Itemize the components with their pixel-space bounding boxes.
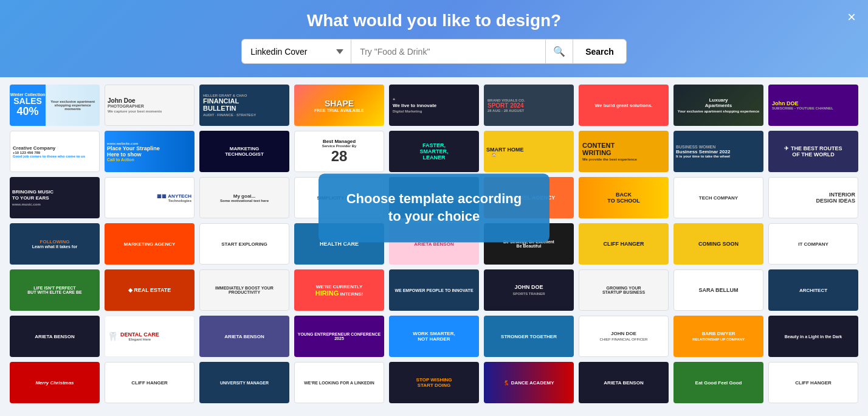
- template-anytech[interactable]: ▦▦ ANYTECH Technologies: [105, 177, 195, 218]
- template-john-doe-sports[interactable]: JOHN DOESPORTS TRAINER: [484, 269, 574, 311]
- app-container: × What would you like to design? Linkedi…: [0, 0, 868, 414]
- template-beauty[interactable]: Beauty in a Light in the Dark: [768, 316, 858, 357]
- template-john-doe3[interactable]: JOHN DOECHIEF FINANCIAL OFFICER: [579, 316, 669, 357]
- template-smart-home[interactable]: SMART HOME ⚡ 🏠 ⚡: [484, 131, 574, 172]
- template-architect[interactable]: ARCHITECT: [768, 269, 858, 311]
- template-interior[interactable]: INTERIORDESIGN IDEAS: [768, 177, 858, 218]
- search-icon-button[interactable]: 🔍: [545, 39, 573, 64]
- template-tech-company[interactable]: TECH COMPANY: [673, 177, 763, 218]
- template-innovation[interactable]: ❝ We live to innovate Digital Marketing: [389, 85, 479, 126]
- search-input[interactable]: [351, 39, 545, 64]
- template-young-entrepreneur[interactable]: YOUNG ENTREPRENEUR CONFERENCE 2025: [294, 316, 384, 357]
- template-barb-dwyer[interactable]: BARB DWYERRELATIONSHIP UP COMPANY: [673, 316, 763, 357]
- template-cliff-hanger[interactable]: CLIFF HANGER: [579, 223, 669, 265]
- search-button[interactable]: Search: [573, 39, 627, 64]
- template-john-doe-subscribe[interactable]: John DOE SUBSCRIBE - YOUTUBE CHANNEL: [768, 85, 858, 126]
- template-real-estate[interactable]: ◆ REAL ESTATE: [105, 269, 195, 311]
- template-merry-christmas[interactable]: Merry Christmas: [10, 362, 100, 403]
- template-coming-soon[interactable]: COMING SOON: [673, 223, 763, 265]
- template-stronger-together[interactable]: STRONGER TOGETHER: [484, 316, 574, 357]
- close-button[interactable]: ×: [847, 9, 856, 26]
- template-marketing-tech[interactable]: MARKETINGTECHNOLOGIST: [199, 131, 289, 172]
- template-following[interactable]: FOLLOWING Learn what it takes for: [10, 223, 100, 265]
- template-growing-startup[interactable]: GROWING YOURSTARTUP BUSINESS: [579, 269, 669, 311]
- template-best-routes[interactable]: ✈ THE BEST ROUTESOF THE WORLD: [768, 131, 858, 172]
- content-area: Winter Collection SALES 40% Your exclusi…: [0, 77, 868, 414]
- template-empower[interactable]: WE EMPOWER PEOPLE TO INNOVATE: [389, 269, 479, 311]
- search-bar: Linkedin Cover Facebook Cover Twitter He…: [221, 39, 647, 64]
- template-creative[interactable]: Creative Company +10 123 456 789 Good jo…: [10, 131, 100, 172]
- template-marketing-agency[interactable]: MARKETING AGENCY: [105, 223, 195, 265]
- template-dental-care[interactable]: 🦷 DENTAL CARE Elegant Here: [105, 316, 195, 357]
- template-shape[interactable]: SHAPE FREE TRIAL AVAILABLE: [294, 85, 384, 126]
- page-title: What would you like to design?: [12, 11, 856, 30]
- template-sales[interactable]: Winter Collection SALES 40% Your exclusi…: [10, 85, 100, 126]
- template-start-exploring[interactable]: START EXPLORING: [199, 223, 289, 265]
- template-arieta4[interactable]: ARIETA BENSON: [579, 362, 669, 403]
- template-arieta2[interactable]: ARIETA BENSON: [10, 316, 100, 357]
- template-cliff2[interactable]: CLIFF HANGER: [768, 362, 858, 403]
- template-health-care[interactable]: HEALTH CARE: [294, 223, 384, 265]
- template-back-school[interactable]: BACKTO SCHOOL: [579, 177, 669, 218]
- template-sara-bellum[interactable]: SARA BELLUM: [673, 269, 763, 311]
- template-stop-wishing[interactable]: STOP WISHINGSTART DOING: [389, 362, 479, 403]
- template-university[interactable]: UNIVERSITY MANAGER: [199, 362, 289, 403]
- template-hiring[interactable]: WE'RE CURRENTLYHIRING INTERNS!: [294, 269, 384, 311]
- template-great-solutions[interactable]: We build great solutions.: [579, 85, 669, 126]
- template-luxury[interactable]: Luxuary Apartments Your exclusive apartm…: [673, 85, 763, 126]
- header: × What would you like to design? Linkedi…: [0, 0, 868, 77]
- design-type-dropdown[interactable]: Linkedin Cover Facebook Cover Twitter He…: [241, 39, 351, 64]
- search-icon: 🔍: [553, 46, 565, 57]
- template-content-writing[interactable]: CONTENTWRITING We provide the best exper…: [579, 131, 669, 172]
- template-my-goal[interactable]: My goal... Some motivational text here: [199, 177, 289, 218]
- template-arieta[interactable]: ARIETA BENSON: [389, 223, 479, 265]
- template-simplicity[interactable]: SIMPLICITY IS KEY: [294, 177, 384, 218]
- template-faster[interactable]: FASTER,SMARTER,LEANER: [389, 131, 479, 172]
- template-financial[interactable]: HELLER GRANT & CHAO FINANCIALBULLETIN AU…: [199, 85, 289, 126]
- template-grid: Winter Collection SALES 40% Your exclusi…: [10, 85, 858, 403]
- template-cliff-hanger2[interactable]: CLIFF HANGER: [105, 362, 195, 403]
- template-john-doe[interactable]: John Doe PHOTOGRAPHER We capture your be…: [105, 85, 195, 126]
- template-bringing-music[interactable]: BRINGING MUSICTO YOUR EARS www.music.com: [10, 177, 100, 218]
- template-work-smarter[interactable]: WORK SMARTER,NOT HARDER: [389, 316, 479, 357]
- template-be-strategy[interactable]: Be Strategy, Be ExcellentBe Beautiful: [484, 223, 574, 265]
- template-dance-academy[interactable]: 💃 DANCE ACADEMY: [484, 362, 574, 403]
- template-strapline[interactable]: www.website.com Place Your StraplineHere…: [105, 131, 195, 172]
- template-best-managed[interactable]: Best Managed Service Provider By 28: [294, 131, 384, 172]
- template-business-seminar[interactable]: BUSINESS WOMEN Business Seminar 2022 It …: [673, 131, 763, 172]
- template-boost-productivity[interactable]: IMMEDIATELY BOOST YOUR PRODUCTIVITY: [199, 269, 289, 311]
- template-brand-sport[interactable]: BRAND VISUALS CO. SPORT 2024 28 AUG - 28…: [484, 85, 574, 126]
- template-city-dreams[interactable]: THE CITY OF DREAMS: [389, 177, 479, 218]
- template-travel-agency[interactable]: ✈ TRAVEL AGENCY: [484, 177, 574, 218]
- template-life-protect[interactable]: LIFE ISN'T PERFECTBUT WITH ELITE CARE BE: [10, 269, 100, 311]
- template-arieta3[interactable]: ARIETA BENSON: [199, 316, 289, 357]
- template-eat-good[interactable]: Eat Good Feel Good: [673, 362, 763, 403]
- template-it-company[interactable]: IT COMPANY: [768, 223, 858, 265]
- template-hiring2[interactable]: WE'RE LOOKING FOR A LINKEDIN: [294, 362, 384, 403]
